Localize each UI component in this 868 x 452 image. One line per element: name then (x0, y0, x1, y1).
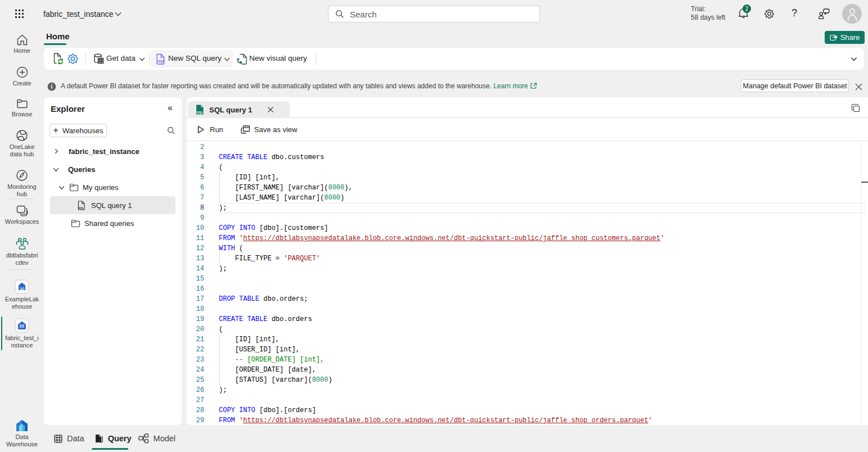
svg-text:SQL: SQL (78, 206, 84, 209)
svg-text:SQL: SQL (158, 59, 165, 63)
svg-text:SQL: SQL (197, 111, 204, 114)
